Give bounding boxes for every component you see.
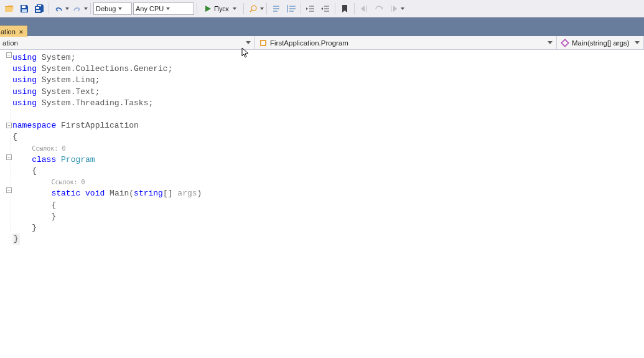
fold-toggle[interactable]: −: [6, 123, 12, 128]
fold-toggle[interactable]: −: [6, 154, 12, 160]
main-toolbar: Debug Any CPU Пуск: [0, 0, 644, 17]
document-well: ation ×: [0, 17, 644, 36]
svg-rect-2: [261, 41, 265, 45]
tab-close-button[interactable]: ×: [19, 28, 23, 35]
separator: [266, 3, 267, 14]
redo-button[interactable]: [70, 2, 84, 16]
indent-left-button[interactable]: [304, 2, 317, 16]
open-folder-button[interactable]: [2, 2, 16, 16]
svg-point-0: [251, 6, 256, 11]
comment-button[interactable]: [269, 2, 283, 16]
step-into-button[interactable]: [387, 2, 401, 16]
separator: [301, 3, 301, 14]
type-dropdown[interactable]: FirstApplication.Program: [255, 36, 557, 49]
start-label: Пуск: [214, 5, 229, 12]
tab-filename-partial: ation: [1, 28, 16, 35]
indent-right-button[interactable]: [319, 2, 332, 16]
platform-label: Any CPU: [136, 5, 164, 12]
chevron-down-icon: [246, 41, 251, 44]
code-nav-bar: ation FirstApplication.Program Main(stri…: [0, 36, 644, 50]
find-split-caret[interactable]: [260, 7, 264, 10]
chevron-down-icon: [118, 7, 122, 10]
separator: [49, 3, 49, 14]
undo-split-caret[interactable]: [65, 7, 69, 10]
step-over-button[interactable]: [372, 2, 386, 16]
separator: [243, 3, 244, 14]
code-text[interactable]: using System; using System.Collections.G…: [12, 50, 644, 245]
member-label: Main(string[] args): [572, 39, 630, 47]
fold-toggle[interactable]: −: [6, 52, 12, 58]
class-icon: [259, 39, 268, 47]
start-button[interactable]: Пуск: [200, 2, 241, 15]
find-button[interactable]: [246, 2, 260, 16]
method-icon: [561, 39, 569, 47]
project-dropdown[interactable]: ation: [0, 36, 255, 49]
fold-toggle[interactable]: −: [6, 187, 12, 193]
separator: [354, 3, 355, 14]
project-label-partial: ation: [2, 39, 18, 47]
chevron-down-icon: [548, 41, 553, 44]
step-split-caret[interactable]: [401, 7, 404, 10]
outline-gutter: − − − −: [0, 50, 11, 245]
undo-button[interactable]: [52, 2, 65, 16]
svg-rect-3: [561, 39, 568, 46]
document-tab-active[interactable]: ation ×: [0, 26, 27, 37]
member-dropdown[interactable]: Main(string[] args): [557, 36, 644, 49]
type-label: FirstApplication.Program: [270, 39, 348, 47]
uncomment-button[interactable]: [284, 2, 298, 16]
save-button[interactable]: [17, 2, 31, 16]
chevron-down-icon: [233, 7, 236, 10]
separator: [90, 3, 91, 14]
bookmark-button[interactable]: [338, 2, 352, 16]
separator: [197, 3, 197, 14]
chevron-down-icon: [166, 7, 170, 10]
code-editor[interactable]: − − − − using System; using System.Colle…: [0, 50, 644, 245]
step-back-button[interactable]: [357, 2, 371, 16]
platform-dropdown[interactable]: Any CPU: [133, 2, 194, 15]
save-all-button[interactable]: [32, 2, 46, 16]
redo-split-caret[interactable]: [84, 7, 88, 10]
config-label: Debug: [96, 5, 116, 12]
chevron-down-icon: [635, 41, 640, 44]
config-dropdown[interactable]: Debug: [93, 2, 132, 15]
separator: [335, 3, 335, 14]
